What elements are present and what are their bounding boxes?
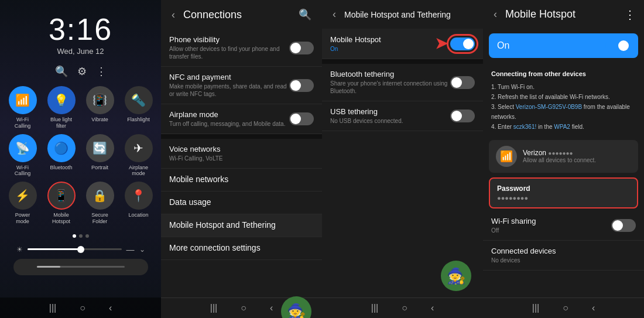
search-icon[interactable]: 🔍	[55, 65, 68, 78]
brightness-slider[interactable]	[28, 248, 122, 250]
hotspot-settings-more-icon[interactable]: ⋮	[624, 8, 636, 22]
hotspot-settings-title: Mobile Hotspot	[505, 8, 618, 20]
phone-visibility-toggle[interactable]	[289, 42, 314, 54]
brightness-fill	[28, 248, 80, 250]
nav-home-icon-3[interactable]: ○	[402, 303, 407, 313]
quick-tile-wifi-calling[interactable]: 📶 Wi-FiCalling	[6, 86, 40, 129]
brightness-control[interactable]: ☀ — ⌄	[16, 245, 145, 254]
connections-list: Phone visibility Allow other devices to …	[161, 29, 322, 298]
connections-header: ‹ Connections 🔍	[161, 0, 322, 29]
brightness-thumb	[77, 246, 84, 253]
mobile-hotspot-status: On	[330, 45, 435, 53]
quick-tile-portrait[interactable]: 🔄 Portrait	[83, 134, 117, 177]
usb-tethering-title: USB tethering	[330, 107, 450, 116]
connections-back-icon[interactable]: ‹	[169, 8, 177, 22]
network-name-link: Verizon-SM-G925V-0B9B	[516, 104, 582, 110]
nav-home-icon[interactable]: ○	[80, 303, 85, 313]
verizon-device-card[interactable]: 📶 Verizon ●●●●●●● Allow all devices to c…	[489, 140, 638, 173]
airplane-mode-desc: Turn off calling, messaging, and Mobile …	[169, 120, 289, 128]
bluetooth-tethering-desc: Share your phone's internet connection u…	[330, 80, 450, 95]
nav-back-icon-3[interactable]: ‹	[431, 303, 434, 313]
connected-devices-title: Connected devices	[491, 247, 636, 255]
quick-tile-secure-folder[interactable]: 🔒 SecureFolder	[83, 182, 117, 225]
wifi-sharing-item[interactable]: Wi-Fi sharing Off	[483, 211, 644, 241]
clock-time: 3:16	[49, 12, 112, 47]
mobile-hotspot-toggle[interactable]	[450, 37, 475, 50]
dot-3	[85, 234, 89, 238]
voice-networks-desc: Wi-Fi Calling, VoLTE	[169, 155, 314, 162]
password-label: Password	[497, 184, 630, 193]
nav-home-icon-2[interactable]: ○	[241, 303, 246, 313]
connected-devices-item[interactable]: Connected devices No devices	[483, 241, 644, 271]
home-nav-bar: ||| ○ ‹	[0, 298, 161, 318]
nav-home-icon-4[interactable]: ○	[563, 303, 568, 313]
hotspot-main-toggle[interactable]	[605, 39, 630, 52]
home-topbar: 🔍 ⚙ ⋮	[55, 65, 107, 78]
dot-2	[79, 234, 83, 238]
mascot-panel3: 🧙	[441, 261, 471, 291]
quick-tile-vibrate[interactable]: 📳 Vibrate	[83, 86, 117, 129]
hotspot-on-banner: On	[489, 33, 638, 58]
quick-tile-power-mode[interactable]: ⚡ Powermode	[6, 182, 40, 225]
connections-search-icon[interactable]: 🔍	[296, 7, 314, 22]
nfc-payment-desc: Make mobile payments, share data, and re…	[169, 83, 289, 98]
data-usage-item[interactable]: Data usage	[161, 192, 322, 214]
more-icon[interactable]: ⋮	[96, 65, 107, 78]
nav-back-icon[interactable]: ‹	[109, 303, 112, 313]
quick-tile-blue-light[interactable]: 💡 Blue lightfilter	[44, 86, 78, 129]
hotspot-tethering-header-title: Mobile Hotspot and Tethering	[344, 10, 475, 19]
quick-tile-bluetooth[interactable]: 🔵 Bluetooth	[44, 134, 78, 177]
quick-tile-flashlight[interactable]: 🔦 Flashlight	[122, 86, 156, 129]
quick-tile-mobile-hotspot[interactable]: 📱 MobileHotspot	[44, 182, 78, 225]
vibrate-icon: 📳	[86, 86, 114, 114]
media-progress-fill	[37, 266, 60, 268]
bluetooth-tethering-toggle[interactable]	[450, 76, 475, 89]
mobile-networks-item[interactable]: Mobile networks	[161, 169, 322, 192]
airplane-toggle[interactable]	[289, 112, 314, 125]
hotspot-settings-back-icon[interactable]: ‹	[491, 7, 499, 22]
panel-hotspot-tethering: ‹ Mobile Hotspot and Tethering Mobile Ho…	[322, 0, 483, 318]
quick-tiles-grid: 📶 Wi-FiCalling 💡 Blue lightfilter 📳 Vibr…	[6, 86, 156, 225]
nav-apps-icon[interactable]: |||	[49, 303, 56, 313]
brightness-chevron-icon[interactable]: ⌄	[139, 245, 145, 254]
nav-apps-icon-3[interactable]: |||	[371, 303, 378, 313]
instructions-title: Connecting from other devices	[491, 69, 636, 80]
hotspot-tethering-item[interactable]: Mobile Hotspot and Tethering ➤	[161, 214, 322, 237]
hotspot-tethering-back-icon[interactable]: ‹	[330, 7, 338, 22]
bluetooth-tethering-title: Bluetooth tethering	[330, 70, 450, 78]
mobile-hotspot-item[interactable]: Mobile Hotspot On ➤	[322, 29, 483, 59]
more-connection-settings-item[interactable]: More connection settings	[161, 237, 322, 260]
voice-networks-item[interactable]: Voice networks Wi-Fi Calling, VoLTE	[161, 139, 322, 169]
nfc-payment-item[interactable]: NFC and payment Make mobile payments, sh…	[161, 67, 322, 104]
verizon-device-desc: Allow all devices to connect.	[523, 157, 631, 163]
settings-icon[interactable]: ⚙	[77, 65, 87, 78]
hotspot-tethering-nav-bar: ||| ○ ‹	[322, 298, 483, 318]
nav-apps-icon-2[interactable]: |||	[210, 303, 217, 313]
bluetooth-tethering-item[interactable]: Bluetooth tethering Share your phone's i…	[322, 64, 483, 101]
usb-tethering-item[interactable]: USB tethering No USB devices connected.	[322, 101, 483, 131]
nav-back-icon-4[interactable]: ‹	[592, 303, 595, 313]
usb-tethering-toggle[interactable]	[450, 110, 475, 122]
instruction-1: 1. Turn Wi-Fi on.	[491, 82, 636, 92]
section-divider-2	[322, 59, 483, 64]
password-box[interactable]: Password ●●●●●●●●	[489, 177, 638, 208]
voice-networks-title: Voice networks	[169, 145, 314, 153]
wifi-sharing-toggle[interactable]	[611, 219, 636, 232]
dot-1	[73, 234, 76, 238]
password-value: ●●●●●●●●	[497, 194, 630, 201]
connected-devices-value: No devices	[491, 257, 636, 264]
nav-apps-icon-4[interactable]: |||	[532, 303, 539, 313]
instruction-4: 4. Enter sczk361! in the WPA2 field.	[491, 122, 636, 132]
quick-tile-airplane[interactable]: ✈ Airplanemode	[122, 134, 156, 177]
brightness-expand-icon[interactable]: —	[126, 245, 135, 254]
clock-date: Wed, June 12	[57, 47, 104, 56]
airplane-mode-item[interactable]: Airplane mode Turn off calling, messagin…	[161, 104, 322, 134]
wpa2-link: WPA2	[554, 124, 570, 130]
usb-tethering-desc: No USB devices connected.	[330, 117, 450, 125]
quick-tile-location[interactable]: 📍 Location	[122, 182, 156, 225]
phone-visibility-item[interactable]: Phone visibility Allow other devices to …	[161, 29, 322, 67]
verizon-device-icon: 📶	[496, 146, 517, 167]
nfc-toggle[interactable]	[289, 79, 314, 92]
nav-back-icon-2[interactable]: ‹	[270, 303, 273, 313]
quick-tile-wifi[interactable]: 📡 Wi-FiCalling	[6, 134, 40, 177]
